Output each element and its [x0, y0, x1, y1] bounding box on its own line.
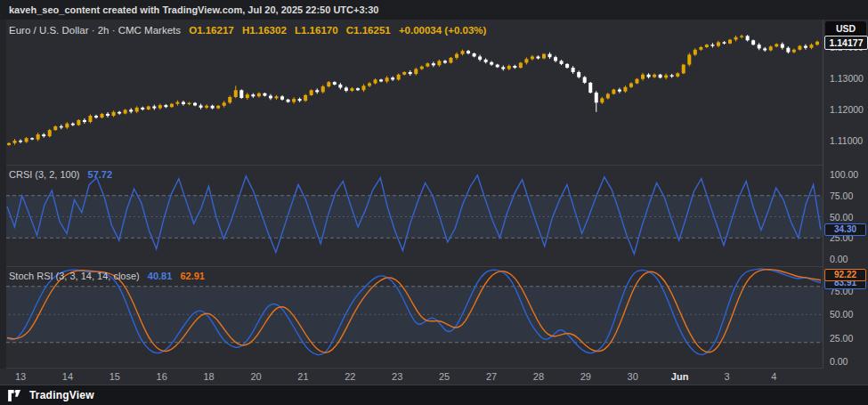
stoch-rsi-header: Stoch RSI (3, 3, 14, 14, close) 40.81 62… — [9, 271, 205, 281]
crsi-pane[interactable]: CRSI (3, 2, 100) 57.72 — [0, 166, 868, 267]
time-axis-label: 18 — [203, 371, 214, 382]
crsi-label[interactable]: CRSI (3, 2, 100) — [9, 169, 79, 180]
currency-button[interactable]: USD — [825, 21, 866, 36]
crsi-tick: 75.00 — [830, 190, 853, 201]
stoch-tick: 0.00 — [830, 356, 848, 367]
left-edge-strip — [0, 20, 6, 369]
crsi-value: 57.72 — [88, 169, 113, 180]
time-axis-label: 25 — [439, 371, 450, 382]
symbol-header: Euro / U.S. Dollar · 2h · CMC Markets O1… — [9, 25, 486, 36]
crsi-last-value-label: 34.30 — [824, 223, 866, 236]
time-axis-label: 3 — [724, 371, 729, 382]
time-axis-label: 29 — [580, 371, 591, 382]
stoch-rsi-label[interactable]: Stoch RSI (3, 3, 14, 14, close) — [9, 271, 140, 281]
tradingview-widget: kaveh_seo_content created with TradingVi… — [0, 0, 868, 405]
ohlc-close: C1.16251 — [346, 25, 391, 36]
time-axis-label: 23 — [392, 371, 402, 382]
stoch-rsi-chart[interactable] — [0, 267, 823, 368]
time-axis[interactable]: 1314151618202122232527282930Jun34 — [0, 369, 868, 385]
price-tick: 1.13000 — [830, 73, 864, 84]
time-axis-label: 15 — [110, 371, 120, 382]
attribution-bar: kaveh_seo_content created with TradingVi… — [0, 0, 868, 20]
time-axis-label: 4 — [771, 371, 776, 382]
time-axis-label: 16 — [157, 371, 167, 382]
ohlc-low: L1.16170 — [295, 25, 338, 36]
price-axis[interactable]: USD 1.14177 34.30 92.22 83.91 1.140001.1… — [823, 20, 868, 369]
time-axis-label: 28 — [533, 371, 544, 382]
crsi-tick: 0.00 — [830, 254, 848, 264]
attribution-text: kaveh_seo_content created with TradingVi… — [9, 4, 378, 15]
time-axis-label: 30 — [628, 371, 638, 382]
crsi-header: CRSI (3, 2, 100) 57.72 — [9, 169, 112, 180]
stoch-d-last-value-label: 92.22 — [824, 269, 866, 281]
time-axis-label: 13 — [15, 371, 26, 382]
price-tick: 1.11000 — [830, 135, 863, 146]
ohlc-high: H1.16302 — [242, 25, 287, 36]
time-axis-label: 14 — [62, 371, 73, 382]
time-axis-label: 27 — [486, 371, 497, 382]
time-axis-label: Jun — [671, 371, 689, 382]
price-pane[interactable]: Euro / U.S. Dollar · 2h · CMC Markets O1… — [0, 20, 868, 166]
symbol-title[interactable]: Euro / U.S. Dollar · 2h · CMC Markets — [9, 25, 181, 36]
stoch-tick: 25.00 — [830, 333, 853, 344]
stoch-d-value: 62.91 — [180, 271, 205, 281]
candlestick-chart[interactable] — [0, 20, 823, 165]
tradingview-logo-icon[interactable] — [8, 390, 23, 401]
stoch-rsi-pane[interactable]: Stoch RSI (3, 3, 14, 14, close) 40.81 62… — [0, 267, 868, 369]
ohlc-open: O1.16217 — [189, 25, 234, 36]
last-price-label: 1.14177 — [824, 36, 868, 50]
crsi-tick: 50.00 — [830, 212, 853, 223]
crsi-tick: 100.00 — [830, 169, 858, 180]
footer-bar: TradingView — [0, 385, 868, 405]
time-axis-label: 21 — [297, 371, 308, 382]
time-axis-label: 22 — [345, 371, 355, 382]
price-change: +0.00034 (+0.03%) — [399, 25, 486, 36]
time-axis-label: 20 — [250, 371, 261, 382]
stoch-tick: 50.00 — [830, 309, 853, 320]
footer-brand[interactable]: TradingView — [29, 389, 94, 401]
price-tick: 1.12000 — [830, 104, 864, 115]
stoch-k-value: 40.81 — [148, 271, 173, 281]
crsi-chart[interactable] — [0, 166, 823, 266]
